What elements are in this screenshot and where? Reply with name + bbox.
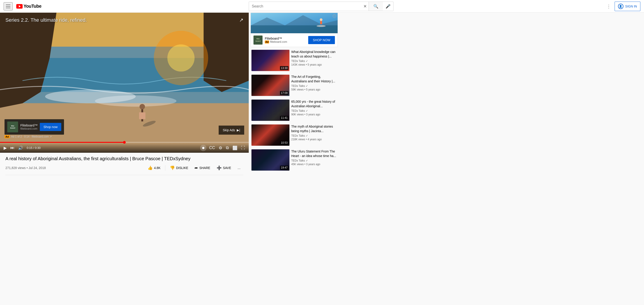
- search-clear-button[interactable]: ✕: [362, 2, 368, 11]
- rec-channel-4: TEDx Talks ✓: [291, 159, 337, 162]
- skip-ads-button[interactable]: Skip Ads ▶|: [219, 126, 244, 135]
- save-button[interactable]: ➕ SAVE: [214, 164, 234, 172]
- search-icon: 🔍: [373, 4, 378, 9]
- recommended-video-item[interactable]: 17:09 The Art of Forgetting, Australians…: [250, 74, 338, 97]
- share-button[interactable]: ➦ SHARE: [192, 164, 213, 172]
- search-submit-button[interactable]: 🔍: [368, 2, 383, 11]
- settings-icon: ⚙: [219, 146, 222, 150]
- time-current: 0:15: [27, 146, 32, 150]
- recommended-video-item[interactable]: 13:30 What Aboriginal knowledge can teac…: [250, 49, 338, 72]
- ad-banner: ⓘ: [251, 13, 338, 33]
- logo[interactable]: YouTube: [16, 4, 42, 9]
- more-options-icon: …: [238, 166, 240, 170]
- ad-overlay: fliteboard Fliteboard™ fliteboard.com Sh…: [4, 119, 64, 135]
- rec-duration-4: 19:47: [280, 166, 288, 170]
- rec-channel-0: TEDx Talks ✓: [291, 60, 337, 63]
- cc-button[interactable]: CC: [208, 145, 216, 151]
- youtube-icon: [16, 4, 22, 9]
- video-meta: A real history of Aboriginal Australians…: [0, 153, 249, 175]
- video-overlay-text: Series 2.2. The ultimate ride, refined.: [6, 17, 87, 23]
- rec-duration-3: 10:53: [280, 141, 288, 145]
- rec-thumb-3: 10:53: [252, 124, 290, 146]
- video-views-date: 271,828 views • Jul 24, 2018: [6, 166, 46, 170]
- rec-thumb-0: 13:30: [252, 50, 290, 71]
- save-label: SAVE: [223, 166, 231, 170]
- more-video-options-button[interactable]: …: [235, 164, 243, 171]
- rec-info-0: What Aboriginal knowledge can teach us a…: [291, 50, 337, 71]
- menu-button[interactable]: [4, 2, 13, 11]
- rec-thumb-2: 11:41: [252, 100, 290, 121]
- video-stats-row: 271,828 views • Jul 24, 2018 👍 4.8K 👎 DI…: [6, 164, 243, 175]
- like-icon: 👍: [148, 165, 153, 170]
- rec-meta-0: 143K views • 5 years ago: [291, 63, 337, 66]
- video-progress-bar[interactable]: [0, 142, 249, 143]
- verified-icon: ✓: [306, 159, 308, 162]
- video-controls: ▶ ⏭ 🔊 0:15 / 0:30 CC: [0, 143, 249, 153]
- logo-text: YouTube: [24, 4, 42, 9]
- recommended-list: 13:30 What Aboriginal knowledge can teac…: [250, 49, 338, 171]
- settings-button[interactable]: ⚙: [218, 145, 223, 151]
- rec-title-2: 65,000 yrs - the great history of Austra…: [291, 100, 337, 108]
- rec-title-0: What Aboriginal knowledge can teach us a…: [291, 50, 337, 59]
- theater-button[interactable]: ⬜: [232, 145, 238, 151]
- fullscreen-button[interactable]: ⛶: [240, 145, 246, 151]
- theater-icon: ⬜: [232, 146, 238, 150]
- ad-logo: fliteboard: [7, 122, 18, 132]
- ad-banner-svg: [251, 13, 338, 33]
- like-button[interactable]: 👍 4.8K: [145, 164, 163, 172]
- divider: [165, 165, 165, 171]
- verified-icon: ✓: [306, 134, 308, 137]
- header-right: ⋮ 👤 SIGN IN: [605, 2, 640, 11]
- search-input[interactable]: [249, 2, 362, 11]
- ad-logo-text: fliteboard: [10, 125, 15, 129]
- video-player[interactable]: Series 2.2. The ultimate ride, refined. …: [0, 13, 249, 153]
- rec-meta-2: 90K views • 3 years ago: [291, 113, 337, 116]
- rec-info-1: The Art of Forgetting, Australians and t…: [291, 75, 337, 96]
- verified-icon: ✓: [306, 84, 308, 88]
- rec-thumb-4: 19:47: [252, 149, 290, 171]
- share-action-icon: ➦: [194, 165, 198, 170]
- time-display: 0:15 / 0:30: [27, 146, 40, 150]
- rec-meta-1: 59K views • 5 years ago: [291, 88, 337, 91]
- rec-info-4: The Uluru Statement From The Heart - an …: [291, 149, 337, 171]
- fullscreen-icon: ⛶: [241, 145, 245, 150]
- ad-shop-now-button[interactable]: Shop now: [40, 123, 61, 131]
- dislike-icon: 👎: [170, 165, 175, 170]
- toggle-inner: [202, 147, 204, 149]
- svg-point-10: [167, 44, 194, 72]
- rec-duration-0: 13:30: [280, 66, 288, 70]
- clear-icon: ✕: [364, 4, 367, 9]
- time-total: 0:30: [35, 146, 40, 150]
- video-actions: 👍 4.8K 👎 DISLIKE ➦ SHARE ➕ SAVE: [145, 164, 243, 172]
- sidebar-ad-badge: Ad: [265, 41, 269, 44]
- rec-meta-4: 45K views • 3 years ago: [291, 163, 337, 166]
- ad-info-bar: Ad Ad 1 of 2 · 0:14 · fliteboard.com ↗: [0, 134, 249, 139]
- verified-icon: ✓: [306, 109, 308, 112]
- svg-point-17: [320, 18, 322, 21]
- miniplayer-button[interactable]: ⧉: [225, 145, 230, 151]
- sidebar-shop-now-button[interactable]: SHOP NOW: [308, 36, 335, 44]
- rec-duration-2: 11:41: [280, 116, 288, 120]
- mic-icon: 🎤: [386, 4, 390, 9]
- volume-button[interactable]: 🔊: [17, 145, 24, 151]
- dislike-button[interactable]: 👎 DISLIKE: [167, 164, 191, 172]
- ad-card-brand: Fliteboard™: [265, 37, 306, 40]
- mic-button[interactable]: 🎤: [383, 2, 393, 11]
- next-icon: ⏭: [10, 145, 14, 150]
- ad-banner-scene: [251, 13, 338, 33]
- play-button[interactable]: ▶: [3, 145, 8, 151]
- ad-card-logo: fliteboard: [254, 36, 262, 45]
- ad-info-icon[interactable]: ⓘ: [333, 14, 336, 18]
- recommended-video-item[interactable]: 11:41 65,000 yrs - the great history of …: [250, 99, 338, 122]
- sign-in-button[interactable]: 👤 SIGN IN: [614, 2, 640, 11]
- autoplay-toggle[interactable]: [200, 145, 206, 151]
- rec-meta-3: 218K views • 4 years ago: [291, 138, 337, 141]
- next-button[interactable]: ⏭: [10, 145, 16, 151]
- video-share-button[interactable]: ↗: [239, 17, 243, 23]
- ad-card-domain-row: Ad fliteboard.com: [265, 40, 306, 44]
- recommended-video-item[interactable]: 10:53 The myth of Aboriginal stories bei…: [250, 124, 338, 147]
- more-options-button[interactable]: ⋮: [605, 2, 613, 11]
- ad-badge: Ad: [4, 135, 10, 138]
- play-icon: ▶: [4, 146, 7, 150]
- recommended-video-item[interactable]: 19:47 The Uluru Statement From The Heart…: [250, 148, 338, 171]
